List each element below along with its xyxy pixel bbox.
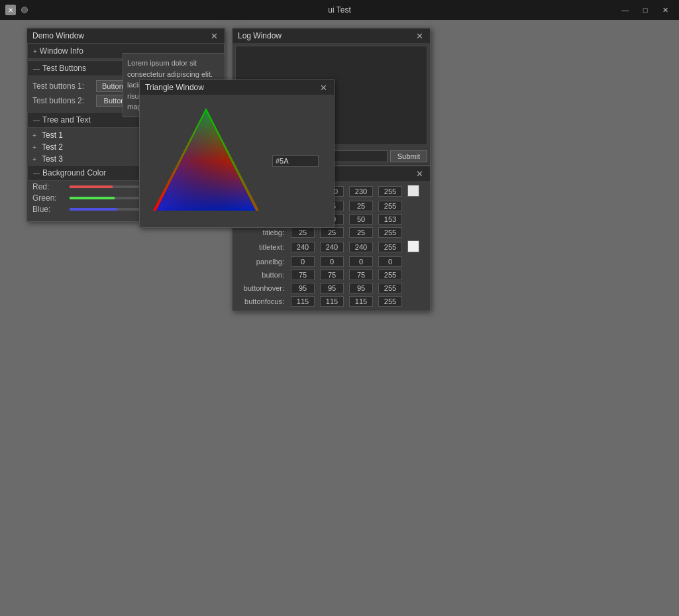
table-row: titletext: [235,239,427,255]
color-swatch [407,185,419,197]
row-label: titlebg: [235,226,288,239]
app-title: ui Test [328,5,350,15]
row-label: buttonfocus: [235,295,288,308]
log-window-close[interactable]: ✕ [415,32,425,40]
triangle-window-title: Triangle Window [145,83,204,92]
tree-label: Tree and Text [42,115,91,125]
a-input[interactable] [378,186,402,197]
a-input[interactable] [378,256,402,267]
b-input[interactable] [349,270,373,280]
row-label: buttonhover: [235,282,288,295]
a-input[interactable] [378,283,402,293]
test-buttons-label: Test Buttons [42,64,86,73]
r-input[interactable] [291,270,315,280]
b-input[interactable] [349,201,373,211]
hex-input[interactable] [272,155,319,167]
g-input[interactable] [320,270,344,280]
a-input[interactable] [378,201,402,211]
row-label: button: [235,268,288,282]
triangle-window-close[interactable]: ✕ [319,83,329,92]
color-triangle[interactable] [146,101,266,221]
b-input[interactable] [349,186,373,197]
tree-item-3-label: Test 3 [42,154,63,164]
table-row: button: [235,268,427,282]
b-input[interactable] [349,227,373,238]
row-label: titletext: [235,239,288,255]
title-bar-dot [21,7,28,13]
svg-marker-4 [156,111,256,211]
b-input[interactable] [349,242,373,252]
triangle-window: Triangle Window ✕ [139,79,335,228]
title-bar-controls: — □ ✕ [617,3,674,17]
test-buttons-toggle: — [33,65,40,72]
r-input[interactable] [291,227,315,238]
a-input[interactable] [378,296,402,307]
app-icon: ✕ [5,5,16,15]
g-input[interactable] [320,283,344,293]
tree-item-2-label: Test 2 [42,142,63,152]
r-input[interactable] [291,256,315,267]
a-input[interactable] [378,227,402,238]
submit-button[interactable]: Submit [390,150,427,162]
row-label: panelbg: [235,255,288,268]
g-input[interactable] [320,242,344,252]
demo-window-header[interactable]: Demo Window ✕ [27,28,225,43]
table-row: titlebg: [235,226,427,239]
r-input[interactable] [291,242,315,252]
table-row: buttonhover: [235,282,427,295]
close-button[interactable]: ✕ [656,3,674,17]
b-input[interactable] [349,283,373,293]
r-input[interactable] [291,283,315,293]
a-input[interactable] [378,214,402,225]
table-row: panelbg: [235,255,427,268]
log-window-header[interactable]: Log Window ✕ [233,28,430,43]
tree-toggle: — [33,117,40,124]
blue-label: Blue: [32,205,66,214]
a-input[interactable] [378,242,402,252]
demo-window-title: Demo Window [32,31,84,40]
b-input[interactable] [349,296,373,307]
window-info-toggle: + [33,48,37,55]
table-row: buttonfocus: [235,295,427,308]
maximize-button[interactable]: □ [637,3,654,17]
title-bar: ✕ ui Test — □ ✕ [0,0,679,20]
test-buttons-1-label: Test buttons 1: [32,81,92,91]
r-input[interactable] [291,296,315,307]
a-input[interactable] [378,270,402,280]
demo-window-close[interactable]: ✕ [209,32,219,40]
g-input[interactable] [320,256,344,267]
b-input[interactable] [349,256,373,267]
bgcolor-toggle: — [33,170,40,177]
color-swatch [407,240,419,252]
minimize-button[interactable]: — [617,3,634,17]
triangle-container [140,95,334,227]
red-label: Red: [32,182,66,191]
test-buttons-2-label: Test buttons 2: [32,96,92,105]
log-window-title: Log Window [238,31,282,40]
g-input[interactable] [320,227,344,238]
g-input[interactable] [320,296,344,307]
bgcolor-label: Background Color [42,168,106,178]
color-editor-close[interactable]: ✕ [415,170,425,178]
triangle-window-header[interactable]: Triangle Window ✕ [140,80,334,95]
b-input[interactable] [349,214,373,225]
green-label: Green: [32,193,66,203]
tree-item-1-label: Test 1 [42,130,63,140]
title-bar-left: ✕ [5,5,28,15]
window-info-label: Window Info [40,46,83,56]
